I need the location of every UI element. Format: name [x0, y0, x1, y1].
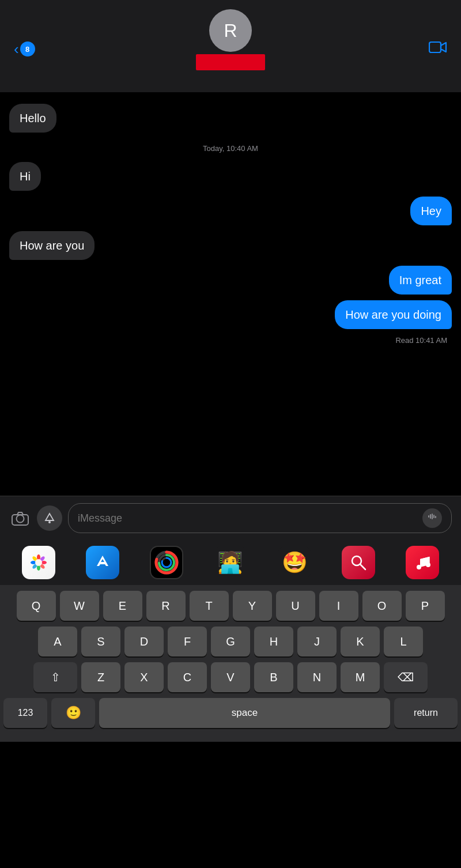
message-bubble-row: How are you	[9, 231, 452, 260]
key-Y[interactable]: Y	[233, 591, 272, 621]
message-bubble-row: How are you doing	[9, 300, 452, 329]
message-input[interactable]	[78, 512, 418, 524]
received-bubble: How are you	[9, 231, 95, 260]
shift-key[interactable]: ⇧	[33, 662, 77, 692]
svg-rect-0	[429, 42, 441, 52]
back-badge-count: 8	[20, 41, 35, 56]
contact-name-bar	[196, 54, 265, 70]
svg-rect-6	[432, 514, 433, 519]
audio-record-button[interactable]	[422, 508, 442, 528]
emoji-key[interactable]: 🙂	[51, 698, 95, 728]
header: ‹ 8 R	[0, 0, 461, 92]
svg-point-1	[17, 515, 24, 523]
return-key[interactable]: return	[394, 698, 458, 728]
space-key[interactable]: space	[99, 698, 390, 728]
key-Q[interactable]: Q	[17, 591, 56, 621]
message-bubble-row: Hey	[9, 197, 452, 225]
svg-rect-7	[433, 515, 434, 518]
sent-bubble: Im great	[389, 266, 452, 295]
timestamp-divider: Today, 10:40 AM	[9, 144, 452, 153]
memoji-app-icon[interactable]: 🧑‍💻	[214, 546, 247, 579]
video-call-button[interactable]	[429, 40, 447, 58]
keyboard: Q W E R T Y U I O P A S D F G H J K L ⇧ …	[0, 585, 461, 742]
svg-rect-2	[12, 515, 28, 525]
keyboard-row-2: A S D F G H J K L	[3, 627, 458, 656]
key-F[interactable]: F	[168, 627, 207, 656]
key-B[interactable]: B	[254, 662, 293, 692]
svg-point-3	[48, 521, 51, 523]
svg-rect-8	[435, 516, 436, 518]
svg-rect-4	[428, 515, 429, 518]
key-V[interactable]: V	[211, 662, 250, 692]
key-L[interactable]: L	[384, 627, 423, 656]
app-search-icon[interactable]	[342, 546, 375, 579]
svg-point-28	[426, 563, 430, 567]
received-bubble: Hi	[9, 162, 41, 191]
key-J[interactable]: J	[297, 627, 337, 656]
contact-info: R	[196, 9, 265, 70]
app-row: 🧑‍💻 🤩	[0, 540, 461, 585]
app-store-app-icon[interactable]	[86, 546, 119, 579]
key-S[interactable]: S	[81, 627, 120, 656]
back-chevron-icon: ‹	[14, 41, 19, 56]
svg-line-26	[360, 564, 365, 569]
camera-button[interactable]	[9, 507, 31, 529]
message-bubble-row: Hello	[9, 104, 452, 133]
key-C[interactable]: C	[168, 662, 207, 692]
key-E[interactable]: E	[103, 591, 142, 621]
read-receipt: Read 10:41 AM	[9, 336, 452, 345]
svg-rect-5	[430, 514, 431, 519]
key-A[interactable]: A	[38, 627, 77, 656]
key-O[interactable]: O	[362, 591, 402, 621]
key-P[interactable]: P	[406, 591, 445, 621]
sent-bubble: How are you doing	[335, 300, 452, 329]
key-D[interactable]: D	[124, 627, 164, 656]
svg-point-27	[417, 565, 421, 569]
stickers-app-icon[interactable]: 🤩	[278, 546, 311, 579]
photos-app-icon[interactable]	[22, 546, 55, 579]
received-bubble: Hello	[9, 104, 56, 133]
key-T[interactable]: T	[190, 591, 229, 621]
message-bubble-row: Hi	[9, 162, 452, 191]
key-I[interactable]: I	[319, 591, 358, 621]
key-Z[interactable]: Z	[81, 662, 120, 692]
avatar[interactable]: R	[209, 9, 252, 52]
svg-point-18	[35, 559, 42, 566]
key-X[interactable]: X	[124, 662, 164, 692]
key-R[interactable]: R	[146, 591, 186, 621]
keyboard-row-1: Q W E R T Y U I O P	[3, 591, 458, 621]
message-bubble-row: Im great	[9, 266, 452, 295]
key-N[interactable]: N	[297, 662, 337, 692]
keyboard-row-3: ⇧ Z X C V B N M ⌫	[3, 662, 458, 692]
key-K[interactable]: K	[341, 627, 380, 656]
fitness-app-icon[interactable]	[150, 546, 183, 579]
messages-area: Hello Today, 10:40 AM Hi Hey How are you…	[0, 92, 461, 496]
back-button[interactable]: ‹ 8	[14, 41, 35, 56]
key-H[interactable]: H	[254, 627, 293, 656]
sent-bubble: Hey	[410, 197, 452, 225]
message-input-wrap	[68, 503, 452, 533]
delete-key[interactable]: ⌫	[384, 662, 428, 692]
key-U[interactable]: U	[276, 591, 315, 621]
key-M[interactable]: M	[341, 662, 380, 692]
key-W[interactable]: W	[60, 591, 99, 621]
app-store-small-button[interactable]	[37, 505, 62, 531]
input-bar	[0, 496, 461, 540]
music-app-icon[interactable]	[406, 546, 439, 579]
key-G[interactable]: G	[211, 627, 250, 656]
keyboard-row-4: 123 🙂 space return	[3, 698, 458, 742]
numbers-key[interactable]: 123	[3, 698, 47, 728]
